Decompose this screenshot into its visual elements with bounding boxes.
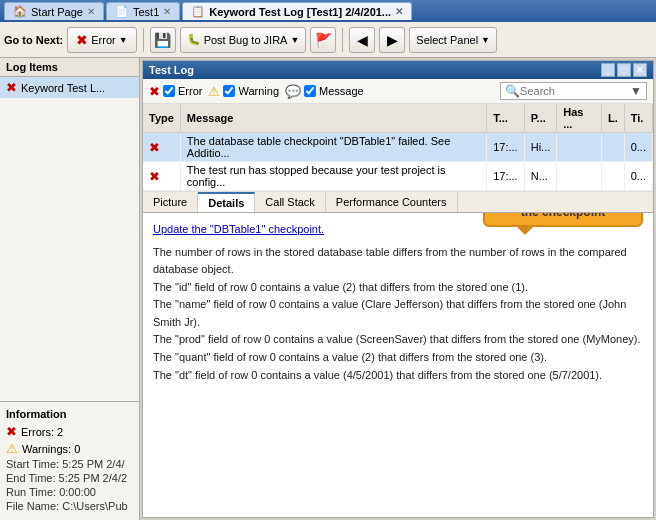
search-icon: 🔍 <box>505 84 520 98</box>
restore-button[interactable]: □ <box>617 63 631 77</box>
error-checkbox[interactable] <box>163 85 175 97</box>
info-title: Information <box>6 408 133 420</box>
list-item[interactable]: ✖ Keyword Test L... <box>0 77 139 98</box>
table-row[interactable]: ✖ The test run has stopped because your … <box>143 162 653 191</box>
errors-row: ✖ Errors: 2 <box>6 424 133 439</box>
post-bug-button[interactable]: 🐛 Post Bug to JIRA ▼ <box>180 27 307 53</box>
log-table-container: Type Message T... P... Has ... L. Ti. ✖ <box>143 104 653 192</box>
forward-button[interactable]: ▶ <box>379 27 405 53</box>
information-panel: Information ✖ Errors: 2 ⚠ Warnings: 0 St… <box>0 401 139 520</box>
close-start-page-icon[interactable]: ✕ <box>87 6 95 17</box>
tab-details[interactable]: Details <box>198 192 255 212</box>
row-time: 17:... <box>487 162 524 191</box>
row-type: ✖ <box>143 133 180 162</box>
detail-paragraph-0: The number of rows in the stored databas… <box>153 244 643 279</box>
toolbar: Go to Next: ✖ Error ▼ 💾 🐛 Post Bug to JI… <box>0 22 656 58</box>
col-ti: Ti. <box>624 104 652 133</box>
tab-performance-counters[interactable]: Performance Counters <box>326 192 458 212</box>
warning-filter: ⚠ Warning <box>208 84 279 99</box>
left-panel: Log Items ✖ Keyword Test L... Informatio… <box>0 58 140 520</box>
col-p: P... <box>524 104 557 133</box>
row-type: ✖ <box>143 162 180 191</box>
end-time-row: End Time: 5:25 PM 2/4/2 <box>6 472 133 484</box>
row-ti: 0... <box>624 133 652 162</box>
flag-button[interactable]: 🚩 <box>310 27 336 53</box>
warning-icon-info: ⚠ <box>6 441 18 456</box>
minimize-button[interactable]: _ <box>601 63 615 77</box>
test-icon: 📄 <box>115 5 129 18</box>
detail-paragraph-2: The "name" field of row 0 contains a val… <box>153 296 643 331</box>
message-filter-icon: 💬 <box>285 84 301 99</box>
search-dropdown-icon[interactable]: ▼ <box>630 84 642 98</box>
row-time: 17:... <box>487 133 524 162</box>
table-row[interactable]: ✖ The database table checkpoint "DBTable… <box>143 133 653 162</box>
detail-paragraph-1: The "id" field of row 0 contains a value… <box>153 279 643 297</box>
detail-paragraph-3: The "prod" field of row 0 contains a val… <box>153 331 643 349</box>
right-panel: Test Log _ □ ✕ ✖ Error ⚠ Warning <box>140 58 656 520</box>
chevron-down-icon: ▼ <box>119 35 128 45</box>
run-time-row: Run Time: 0:00:00 <box>6 486 133 498</box>
warning-filter-icon: ⚠ <box>208 84 220 99</box>
test-log-controls: _ □ ✕ <box>601 63 647 77</box>
error-filter: ✖ Error <box>149 84 202 99</box>
table-header-row: Type Message T... P... Has ... L. Ti. <box>143 104 653 133</box>
row-has <box>557 162 602 191</box>
message-checkbox[interactable] <box>304 85 316 97</box>
tab-keyword-log[interactable]: 📋 Keyword Test Log [Test1] 2/4/201... ✕ <box>182 2 412 20</box>
close-test1-icon[interactable]: ✕ <box>163 6 171 17</box>
bug-icon: 🐛 <box>187 33 201 46</box>
row-has <box>557 133 602 162</box>
home-icon: 🏠 <box>13 5 27 18</box>
detail-paragraph-5: The "dt" field of row 0 contains a value… <box>153 367 643 385</box>
tab-test1[interactable]: 📄 Test1 ✕ <box>106 2 180 20</box>
error-icon-info: ✖ <box>6 424 17 439</box>
search-box: 🔍 ▼ <box>500 82 647 100</box>
start-time-row: Start Time: 5:25 PM 2/4/ <box>6 458 133 470</box>
row-message: The test run has stopped because your te… <box>180 162 486 191</box>
col-type: Type <box>143 104 180 133</box>
error-filter-icon: ✖ <box>149 84 160 99</box>
log-table: Type Message T... P... Has ... L. Ti. ✖ <box>143 104 653 191</box>
save-button[interactable]: 💾 <box>150 27 176 53</box>
log-items-header: Log Items <box>0 58 139 77</box>
error-row-icon: ✖ <box>149 140 160 155</box>
warnings-row: ⚠ Warnings: 0 <box>6 441 133 456</box>
row-message: The database table checkpoint "DBTable1"… <box>180 133 486 162</box>
tab-picture[interactable]: Picture <box>143 192 198 212</box>
title-bar: 🏠 Start Page ✕ 📄 Test1 ✕ 📋 Keyword Test … <box>0 0 656 22</box>
test-log-titlebar: Test Log _ □ ✕ <box>143 61 653 79</box>
close-log-icon[interactable]: ✕ <box>395 6 403 17</box>
chevron-down-icon-3: ▼ <box>481 35 490 45</box>
tabs-area: Picture Details Call Stack Performance C… <box>143 192 653 517</box>
error-icon: ✖ <box>76 32 88 48</box>
tab-call-stack[interactable]: Call Stack <box>255 192 326 212</box>
main-area: Log Items ✖ Keyword Test L... Informatio… <box>0 58 656 520</box>
tab-bar: Picture Details Call Stack Performance C… <box>143 192 653 213</box>
separator-1 <box>143 28 144 52</box>
message-filter: 💬 Message <box>285 84 364 99</box>
callout-tooltip: Click this link to update the checkpoint <box>483 213 643 227</box>
separator-2 <box>342 28 343 52</box>
go-to-next-group: Go to Next: ✖ Error ▼ <box>4 27 137 53</box>
tab-content-wrapper: Click this link to update the checkpoint… <box>143 213 653 517</box>
close-button[interactable]: ✕ <box>633 63 647 77</box>
col-t: T... <box>487 104 524 133</box>
error-row-icon-2: ✖ <box>149 169 160 184</box>
tab-content-details[interactable]: Update the "DBTable1" checkpoint. The nu… <box>143 213 653 517</box>
row-p: N... <box>524 162 557 191</box>
col-message: Message <box>180 104 486 133</box>
row-p: Hi... <box>524 133 557 162</box>
tab-start-page[interactable]: 🏠 Start Page ✕ <box>4 2 104 20</box>
log-icon: 📋 <box>191 5 205 18</box>
error-icon: ✖ <box>6 80 17 95</box>
go-to-next-label: Go to Next: <box>4 34 63 46</box>
row-l <box>601 133 624 162</box>
test-log-window: Test Log _ □ ✕ ✖ Error ⚠ Warning <box>142 60 654 518</box>
col-l: L. <box>601 104 624 133</box>
error-dropdown-button[interactable]: ✖ Error ▼ <box>67 27 136 53</box>
filter-bar: ✖ Error ⚠ Warning 💬 Message 🔍 <box>143 79 653 104</box>
search-input[interactable] <box>520 85 630 97</box>
back-button[interactable]: ◀ <box>349 27 375 53</box>
select-panel-button[interactable]: Select Panel ▼ <box>409 27 497 53</box>
warning-checkbox[interactable] <box>223 85 235 97</box>
